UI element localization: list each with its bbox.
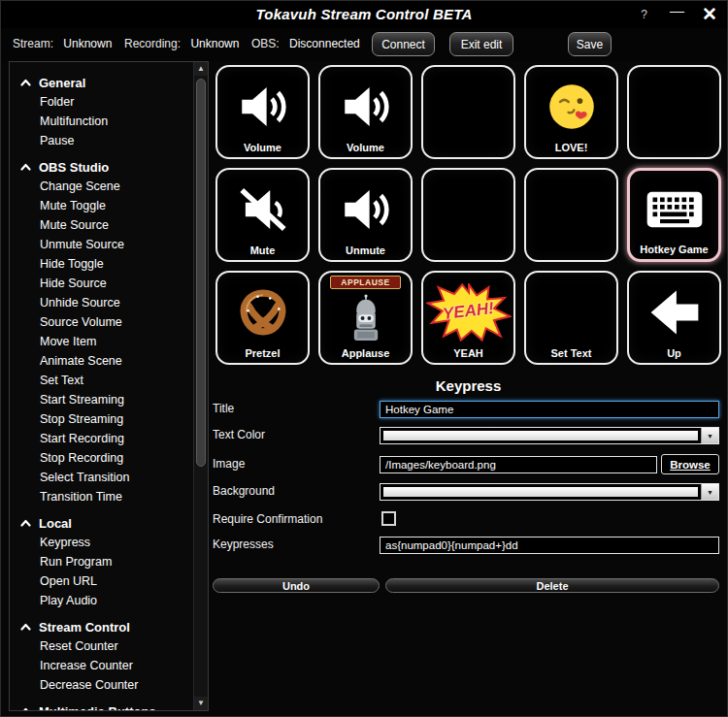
applause-robot-icon [320, 290, 411, 347]
background-select[interactable]: ▼ [380, 483, 719, 501]
sidebar-section-multimedia-buttons[interactable]: Multimedia Buttons [19, 701, 194, 710]
title-label: Title [213, 402, 234, 415]
chevron-up-icon [19, 519, 31, 527]
stream-status: Stream: Unknown [13, 37, 112, 50]
sidebar-item-stop-streaming[interactable]: Stop Streaming [19, 409, 194, 429]
sidebar-item-folder[interactable]: Folder [19, 92, 194, 112]
sidebar-item-move-item[interactable]: Move Item [19, 332, 194, 351]
grid-button-empty[interactable] [421, 168, 515, 262]
speaker-icon [320, 176, 411, 243]
sidebar-item-transition-time[interactable]: Transition Time [19, 487, 194, 506]
sidebar-section-obs-studio[interactable]: OBS Studio [19, 157, 194, 177]
browse-button[interactable]: Browse [661, 454, 719, 474]
stream-label: Stream: [13, 37, 53, 50]
left-arrow-icon [629, 278, 719, 345]
pretzel-icon [217, 278, 308, 345]
image-input[interactable] [380, 456, 657, 473]
sidebar-item-reset-counter[interactable]: Reset Counter [19, 636, 194, 656]
sidebar-item-start-recording[interactable]: Start Recording [19, 429, 194, 448]
save-button[interactable]: Save [568, 32, 612, 56]
help-icon[interactable]: ? [641, 8, 647, 21]
chevron-down-icon[interactable]: ▼ [701, 428, 718, 443]
sidebar-item-unmute-source[interactable]: Unmute Source [19, 235, 194, 254]
muted-speaker-icon [217, 176, 308, 243]
delete-button[interactable]: Delete [385, 578, 719, 593]
sidebar: GeneralFolderMultifunctionPauseOBS Studi… [9, 61, 209, 711]
sidebar-section-local[interactable]: Local [19, 513, 194, 533]
sidebar-item-set-text[interactable]: Set Text [19, 371, 194, 390]
sidebar-item-pause[interactable]: Pause [19, 131, 194, 150]
keypresses-label: Keypresses [213, 538, 274, 551]
grid-button-hotkey-game[interactable]: Hotkey Game [627, 168, 721, 262]
kiss-emoji-icon [526, 73, 616, 140]
scroll-up-icon[interactable]: ▲ [194, 62, 208, 76]
sidebar-item-unhide-source[interactable]: Unhide Source [19, 293, 194, 312]
grid-button-label: LOVE! [526, 142, 616, 153]
sidebar-item-multifunction[interactable]: Multifunction [19, 112, 194, 131]
sidebar-item-animate-scene[interactable]: Animate Scene [19, 351, 194, 371]
image-label: Image [213, 457, 245, 471]
minimize-icon[interactable]: — [670, 2, 684, 18]
sidebar-item-increase-counter[interactable]: Increase Counter [19, 656, 194, 675]
editor-heading: Keypress [215, 377, 721, 394]
sidebar-section-label: General [39, 76, 85, 90]
title-input[interactable] [380, 401, 719, 418]
recording-status: Recording: Unknown [124, 37, 239, 50]
grid-button-label: Pretzel [217, 347, 308, 359]
text-color-select[interactable]: ▼ [380, 427, 719, 444]
grid-button-label: Unmute [320, 244, 411, 256]
yeah-burst-icon [423, 278, 513, 345]
obs-label: OBS: [251, 37, 280, 50]
grid-button-empty[interactable] [627, 65, 721, 159]
grid-button-mute[interactable]: Mute [215, 168, 310, 262]
stream-value: Unknown [63, 37, 112, 50]
grid-button-up[interactable]: Up [627, 271, 721, 365]
sidebar-item-start-streaming[interactable]: Start Streaming [19, 390, 194, 409]
window-title: Tokavuh Stream Control BETA [1, 6, 727, 22]
exit-edit-button[interactable]: Exit edit [449, 32, 513, 56]
scrollbar-thumb[interactable] [196, 79, 206, 467]
sidebar-section-label: OBS Studio [39, 160, 109, 175]
titlebar: Tokavuh Stream Control BETA ? — ✕ [1, 1, 727, 28]
sidebar-item-source-volume[interactable]: Source Volume [19, 312, 194, 332]
grid-button-label: Volume [320, 142, 411, 153]
sidebar-item-play-audio[interactable]: Play Audio [19, 591, 194, 610]
app-window: Tokavuh Stream Control BETA ? — ✕ Stream… [0, 0, 728, 717]
sidebar-item-mute-toggle[interactable]: Mute Toggle [19, 196, 194, 215]
grid-button-pretzel[interactable]: Pretzel [215, 271, 310, 365]
sidebar-section-general[interactable]: General [19, 73, 194, 92]
close-icon[interactable]: ✕ [702, 3, 717, 25]
sidebar-item-stop-recording[interactable]: Stop Recording [19, 448, 194, 468]
chevron-down-icon[interactable]: ▼ [701, 484, 718, 500]
grid-button-volume[interactable]: Volume [215, 65, 310, 159]
sidebar-item-hide-toggle[interactable]: Hide Toggle [19, 254, 194, 274]
grid-button-yeah[interactable]: YEAH!YEAH [421, 271, 515, 365]
sidebar-item-mute-source[interactable]: Mute Source [19, 215, 194, 235]
sidebar-item-decrease-counter[interactable]: Decrease Counter [19, 675, 194, 695]
sidebar-item-keypress[interactable]: Keypress [19, 533, 194, 552]
undo-button[interactable]: Undo [213, 578, 380, 593]
grid-button-love[interactable]: LOVE! [524, 65, 618, 159]
sidebar-scrollbar[interactable]: ▲ ▼ [193, 62, 208, 710]
grid-button-volume[interactable]: Volume [318, 65, 413, 159]
sidebar-section-stream-control[interactable]: Stream Control [19, 617, 194, 636]
scroll-down-icon[interactable]: ▼ [194, 697, 208, 710]
grid-button-empty[interactable] [421, 65, 515, 159]
keypresses-input[interactable] [380, 537, 719, 554]
grid-button-empty[interactable] [524, 168, 618, 262]
sidebar-item-select-transition[interactable]: Select Transition [19, 468, 194, 487]
require-confirmation-checkbox[interactable] [381, 511, 396, 526]
connect-button[interactable]: Connect [372, 32, 435, 56]
keyboard-icon [630, 177, 718, 242]
sidebar-item-hide-source[interactable]: Hide Source [19, 274, 194, 293]
grid-button-set-text[interactable]: Set Text [524, 271, 618, 365]
obs-status: OBS: Disconnected [251, 37, 360, 50]
grid-button-unmute[interactable]: Unmute [318, 168, 413, 262]
sidebar-item-open-url[interactable]: Open URL [19, 571, 194, 591]
chevron-up-icon [19, 163, 31, 171]
grid-button-applause[interactable]: APPLAUSEApplause [318, 271, 413, 365]
sidebar-item-change-scene[interactable]: Change Scene [19, 177, 194, 196]
applause-banner: APPLAUSE [330, 276, 401, 289]
grid-button-label: Applause [320, 347, 411, 359]
sidebar-item-run-program[interactable]: Run Program [19, 552, 194, 571]
